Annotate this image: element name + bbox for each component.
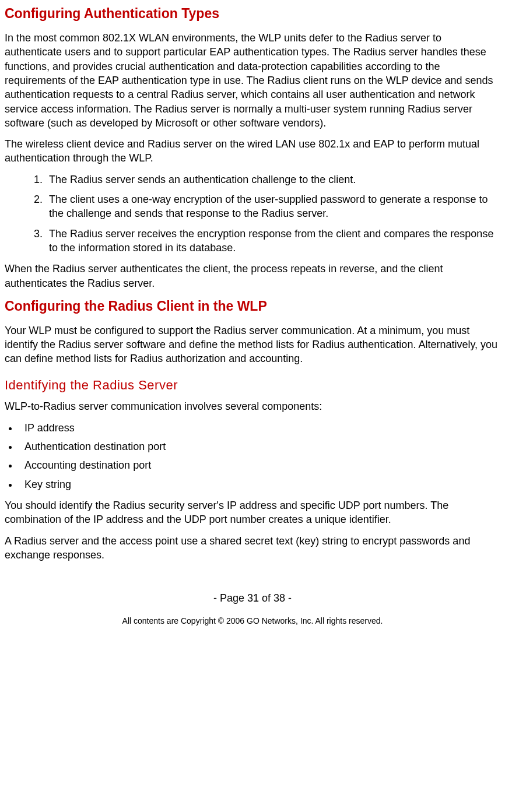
list-item: Accounting destination port xyxy=(19,458,500,472)
bullet-list: IP address Authentication destination po… xyxy=(5,421,500,491)
subsection-heading-radius-server: Identifying the Radius Server xyxy=(5,377,500,394)
paragraph: When the Radius server authenticates the… xyxy=(5,262,500,290)
page-number: - Page 31 of 38 - xyxy=(5,591,500,605)
list-item: Authentication destination port xyxy=(19,440,500,454)
paragraph: WLP-to-Radius server communication invol… xyxy=(5,399,500,413)
paragraph: The wireless client device and Radius se… xyxy=(5,137,500,166)
page-footer: - Page 31 of 38 - All contents are Copyr… xyxy=(5,591,500,627)
list-item: Key string xyxy=(19,477,500,491)
list-item: The Radius server sends an authenticatio… xyxy=(45,173,500,187)
list-item: The Radius server receives the encryptio… xyxy=(45,227,500,255)
section-heading-auth-types: Configuring Authentication Types xyxy=(5,5,500,23)
paragraph: Your WLP must be configured to support t… xyxy=(5,324,500,366)
list-item: IP address xyxy=(19,421,500,435)
list-item: The client uses a one-way encryption of … xyxy=(45,192,500,221)
paragraph: In the most common 802.1X WLAN environme… xyxy=(5,31,500,130)
ordered-steps-list: The Radius server sends an authenticatio… xyxy=(5,173,500,255)
section-heading-radius-client: Configuring the Radius Client in the WLP xyxy=(5,297,500,315)
copyright-notice: All contents are Copyright © 2006 GO Net… xyxy=(5,616,500,627)
paragraph: A Radius server and the access point use… xyxy=(5,534,500,563)
paragraph: You should identify the Radius security … xyxy=(5,498,500,527)
